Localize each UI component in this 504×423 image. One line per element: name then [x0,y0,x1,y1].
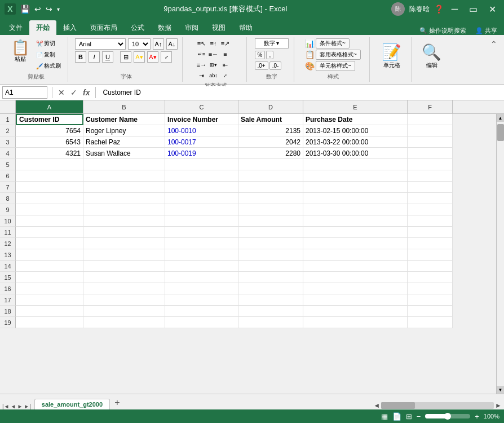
layout-page-icon[interactable]: 📄 [392,412,401,421]
decrease-decimal-btn[interactable]: .0- [269,61,282,70]
tab-file[interactable]: 文件 [2,20,29,35]
wrap-text-btn[interactable]: ↵≡ [196,49,207,59]
cell-c4[interactable]: 100-0019 [165,148,238,159]
cell-d4[interactable]: 2280 [238,148,303,159]
cell-f8[interactable] [408,193,453,204]
help-icon[interactable]: ❓ [434,5,444,14]
cell-d7[interactable] [238,182,303,193]
cell-f14[interactable] [408,261,453,272]
increase-font-btn[interactable]: A↑ [153,38,164,50]
cell-f16[interactable] [408,283,453,294]
cell-e13[interactable] [303,249,408,261]
cell-b5[interactable] [83,159,165,170]
cell-b6[interactable] [83,170,165,182]
cell-b16[interactable] [83,283,165,294]
row-num-1[interactable]: 1 [0,114,16,125]
cell-a18[interactable] [16,306,83,317]
share-button[interactable]: 👤 共享 [475,27,497,35]
cell-d8[interactable] [238,193,303,204]
cell-f1[interactable] [408,114,453,125]
cell-a6[interactable] [16,170,83,182]
cell-f17[interactable] [408,294,453,306]
cell-f7[interactable] [408,182,453,193]
cell-b8[interactable] [83,193,165,204]
hscroll-right-icon[interactable]: ► [495,402,502,409]
cell-b3[interactable]: Rachel Paz [83,136,165,148]
cell-e1[interactable]: Purchase Date [303,114,408,125]
decrease-font-btn[interactable]: A↓ [166,38,178,50]
cell-a9[interactable] [16,204,83,215]
cancel-formula-icon[interactable]: ✕ [57,88,66,97]
cell-a7[interactable] [16,182,83,193]
layout-break-icon[interactable]: ⊞ [406,412,412,421]
cell-c10[interactable] [165,215,238,227]
row-num-7[interactable]: 7 [0,182,16,193]
cell-b14[interactable] [83,261,165,272]
hscroll-thumb[interactable] [381,402,415,409]
vertical-scrollbar[interactable]: ▲ ▼ [496,114,504,394]
cell-a19[interactable] [16,317,83,328]
cell-c15[interactable] [165,272,238,283]
cell-f10[interactable] [408,215,453,227]
cell-e5[interactable] [303,159,408,170]
format-painter-button[interactable]: 🖌️ 格式刷 [34,61,63,71]
tab-page-layout[interactable]: 页面布局 [83,20,124,35]
cell-d10[interactable] [238,215,303,227]
cell-f6[interactable] [408,170,453,182]
cell-c2[interactable]: 100-0010 [165,125,238,136]
cell-c7[interactable] [165,182,238,193]
cells-button[interactable]: 📝 单元格 [377,40,406,72]
tab-review[interactable]: 审阅 [178,20,205,35]
cell-a16[interactable] [16,283,83,294]
cell-reference-box[interactable]: A1 [2,86,47,99]
minimize-button[interactable]: ─ [448,3,461,15]
zoom-slider-thumb[interactable] [444,413,451,420]
align-top-center-btn[interactable]: ≡↑ [208,38,219,49]
cell-d6[interactable] [238,170,303,182]
row-num-3[interactable]: 3 [0,136,16,148]
cell-b18[interactable] [83,306,165,317]
cell-d3[interactable]: 2042 [238,136,303,148]
cell-a11[interactable] [16,227,83,238]
cut-button[interactable]: ✂️ 剪切 [34,38,63,49]
row-num-2[interactable]: 2 [0,125,16,136]
row-num-9[interactable]: 9 [0,204,16,215]
collapse-ribbon-button[interactable]: ⌃ [490,39,497,49]
cell-d9[interactable] [238,204,303,215]
row-num-11[interactable]: 11 [0,227,16,238]
bold-button[interactable]: B [75,51,86,63]
increase-decimal-btn[interactable]: .0+ [255,61,268,70]
cell-b9[interactable] [83,204,165,215]
col-header-d[interactable]: D [238,100,303,113]
cell-c11[interactable] [165,227,238,238]
cell-d11[interactable] [238,227,303,238]
copy-button[interactable]: 📄 复制 [34,50,63,60]
underline-button[interactable]: U [102,51,113,63]
align-top-left-btn[interactable]: ≡↖ [196,38,207,49]
cell-styles-button[interactable]: 单元格样式~ [316,61,355,71]
cell-b13[interactable] [83,249,165,261]
row-num-16[interactable]: 16 [0,283,16,294]
cell-f5[interactable] [408,159,453,170]
cell-c6[interactable] [165,170,238,182]
cell-a15[interactable] [16,272,83,283]
formula-input[interactable] [100,86,502,99]
cell-d13[interactable] [238,249,303,261]
layout-normal-icon[interactable]: ▦ [381,412,388,421]
cell-a2[interactable]: 7654 [16,125,83,136]
cell-e18[interactable] [303,306,408,317]
avatar[interactable]: 陈 [391,2,405,16]
cell-d18[interactable] [238,306,303,317]
sheet-nav-last-icon[interactable]: ►| [24,403,31,409]
percent-btn[interactable]: % [255,51,266,59]
tab-data[interactable]: 数据 [151,20,178,35]
paste-button[interactable]: 📋 粘贴 [9,38,32,64]
cell-a14[interactable] [16,261,83,272]
zoom-plus-icon[interactable]: + [475,412,479,421]
cell-c1[interactable]: Invoice Number [165,114,238,125]
number-format-select[interactable]: 数字 ▾ [255,38,289,49]
cell-b2[interactable]: Roger Lipney [83,125,165,136]
col-header-f[interactable]: F [408,100,453,113]
cell-d12[interactable] [238,238,303,249]
cell-e7[interactable] [303,182,408,193]
